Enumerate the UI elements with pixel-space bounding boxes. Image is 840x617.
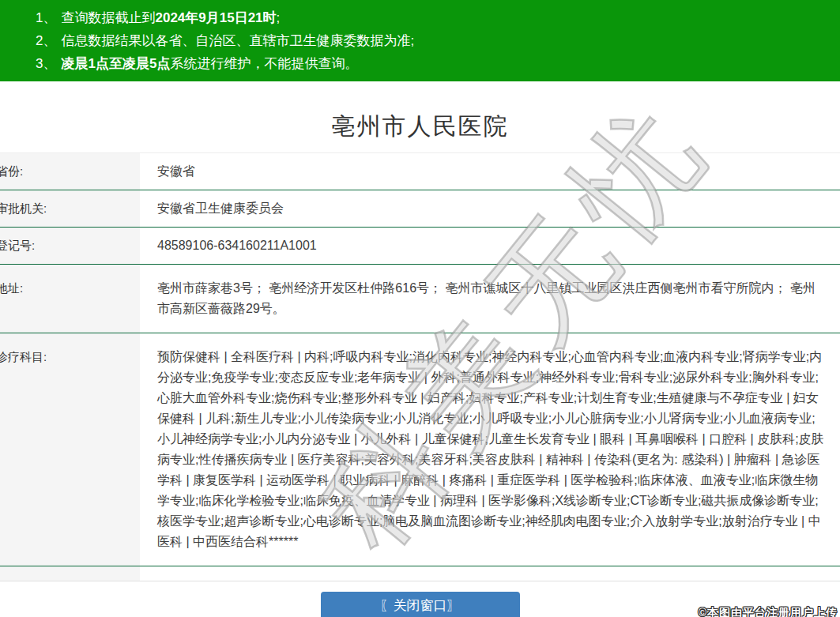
row-label: 登记号:	[0, 228, 140, 264]
row-label: 省份:	[0, 153, 140, 190]
table-row: 诊疗科目:预防保健科 | 全科医疗科 | 内科;呼吸内科专业;消化内科专业;神经…	[0, 333, 840, 566]
upload-credit-text: ©本图由平台注册用户上传	[699, 606, 838, 617]
row-value: 安徽省	[140, 153, 840, 190]
notice-segment: 查询数据截止到	[61, 10, 155, 25]
row-label: 地址:	[0, 265, 140, 333]
notice-segment: 2024年9月15日21时	[155, 10, 276, 25]
notice-segment: ;	[277, 10, 281, 25]
notice-segment: 凌晨1点至凌晨5点	[61, 56, 170, 71]
row-label: 审批机关:	[0, 190, 140, 227]
notice-number: 3、	[36, 56, 56, 71]
notice-item: 3、凌晨1点至凌晨5点系统进行维护，不能提供查询。	[36, 52, 832, 75]
row-label: 诊疗科目:	[0, 333, 140, 566]
table-row: 登记号:48589106-634160211A1001	[0, 228, 840, 265]
table-row: 省份:安徽省	[0, 152, 840, 190]
notice-segment: 系统进行维护，不能提供查询。	[170, 56, 358, 71]
row-value: 安徽省卫生健康委员会	[140, 190, 840, 227]
close-window-button[interactable]: 〖关闭窗口〗	[321, 592, 520, 617]
clipped-row-label-cell	[0, 566, 140, 581]
notice-list: 1、查询数据截止到2024年9月15日21时;2、信息数据结果以各省、自治区、直…	[36, 6, 832, 75]
clipped-table-row	[0, 566, 840, 581]
notice-banner: 1、查询数据截止到2024年9月15日21时;2、信息数据结果以各省、自治区、直…	[0, 0, 840, 81]
hospital-detail-table: 省份:安徽省审批机关:安徽省卫生健康委员会登记号:48589106-634160…	[0, 152, 840, 581]
notice-segment: 信息数据结果以各省、自治区、直辖市卫生健康委数据为准;	[61, 33, 414, 48]
notice-item: 1、查询数据截止到2024年9月15日21时;	[36, 6, 832, 29]
row-value: 48589106-634160211A1001	[140, 228, 840, 264]
page-title: 亳州市人民医院	[0, 113, 840, 140]
table-row: 地址:亳州市薛家巷3号； 亳州经济开发区杜仲路616号； 亳州市谯城区十八里镇工…	[0, 265, 840, 333]
notice-number: 1、	[36, 10, 56, 25]
info-table: 省份:安徽省审批机关:安徽省卫生健康委员会登记号:48589106-634160…	[0, 152, 840, 566]
table-row: 审批机关:安徽省卫生健康委员会	[0, 190, 840, 228]
row-value: 预防保健科 | 全科医疗科 | 内科;呼吸内科专业;消化内科专业;神经内科专业;…	[140, 333, 840, 566]
row-value: 亳州市薛家巷3号； 亳州经济开发区杜仲路616号； 亳州市谯城区十八里镇工业园区…	[140, 265, 840, 333]
notice-item: 2、信息数据结果以各省、自治区、直辖市卫生健康委数据为准;	[36, 29, 832, 52]
clipped-row-value-cell	[140, 566, 840, 581]
notice-number: 2、	[36, 33, 56, 48]
